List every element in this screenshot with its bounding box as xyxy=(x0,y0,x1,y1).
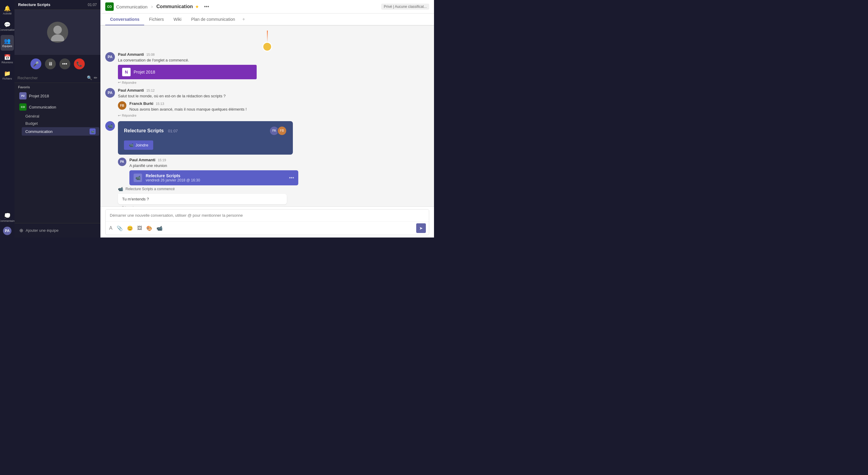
tab-add-button[interactable]: + xyxy=(240,13,247,25)
nav-files[interactable]: 📁 Fichiers xyxy=(1,68,14,83)
video-icon: 📹 xyxy=(129,143,134,147)
msg-header-1: Paul Ammanti 15:08 xyxy=(118,52,429,57)
team-item-projet2018[interactable]: P2 Projet 2018 ••• xyxy=(16,91,99,101)
tab-wiki[interactable]: Wiki xyxy=(168,14,186,25)
call-timer: 01:07 xyxy=(88,3,97,7)
channel-general[interactable]: Général xyxy=(22,113,99,120)
call-avatar xyxy=(47,22,68,43)
nav-teams[interactable]: 👥 Équipes xyxy=(1,35,14,50)
add-team-button[interactable]: ⊕ Ajouter une équipe xyxy=(18,226,97,235)
system-icon: 📹 xyxy=(118,186,123,192)
channel-communication[interactable]: Communication 📹 xyxy=(22,127,99,136)
msg-text-2: Salut tout le monde, où en est-on de la … xyxy=(118,94,429,99)
msg-avatar-pa-1: PA xyxy=(105,52,115,62)
reply-button-2[interactable]: ↩ Répondre xyxy=(118,114,429,117)
msg-avatar-pa-2: PA xyxy=(105,88,115,98)
nav-reunions[interactable]: 📅 Réunions xyxy=(1,51,14,67)
mute-button[interactable]: 🎤 xyxy=(30,59,41,69)
privacy-badge: Privé | Aucune classificat... xyxy=(381,4,429,10)
compose-toolbar: A 📎 😊 🖼 🎨 📹 ➤ xyxy=(105,221,429,235)
reply-button-1[interactable]: ↩ Répondre xyxy=(118,80,429,84)
favorites-label: Favoris xyxy=(14,83,100,90)
call-card-icon: 📹 xyxy=(105,121,115,131)
msg-time-1: 15:08 xyxy=(146,53,155,56)
search-input[interactable] xyxy=(18,76,85,80)
compose-input[interactable] xyxy=(105,209,429,221)
nav-conversation-label: Conversation xyxy=(0,29,16,32)
send-button[interactable]: ➤ xyxy=(416,223,426,233)
compose-icon[interactable]: ✏ xyxy=(94,75,97,80)
call-more-button[interactable]: ••• xyxy=(59,59,70,69)
msg-avatar-pa-3: PA xyxy=(118,158,126,166)
meeting-card-icon: 📹 xyxy=(134,174,142,182)
main-content: CO Communication › Communication ★ ••• P… xyxy=(100,0,434,238)
svg-point-1 xyxy=(51,34,64,41)
quoted-content: Franck Burki 15:13 Nous avons bien avanc… xyxy=(129,101,429,112)
meeting-more-button[interactable]: ••• xyxy=(289,175,294,180)
teams-icon: 👥 xyxy=(4,38,10,44)
join-call-button[interactable]: 📹 Joindre xyxy=(124,140,153,150)
onenote-label: Projet 2018 xyxy=(134,70,155,74)
meeting-card[interactable]: 📹 Relecture Scripts vendredi 26 janvier … xyxy=(129,170,298,185)
call-card-header: Relecture Scripts 01:07 PA FB xyxy=(124,126,287,136)
nav-reunions-label: Réunions xyxy=(1,61,13,64)
msg-content-1: Paul Ammanti 15:08 La conversation de l'… xyxy=(118,52,429,84)
msg-text-1: La conversation de l'onglet a commencé. xyxy=(118,58,429,63)
call-card: Relecture Scripts 01:07 PA FB 📹 Joindre xyxy=(118,121,293,155)
nav-files-label: Fichiers xyxy=(2,77,12,80)
sticker-tool[interactable]: 🎨 xyxy=(146,225,153,232)
call-card-time: 01:07 xyxy=(168,129,178,133)
messages-area: PA Paul Ammanti 15:08 La conversation de… xyxy=(100,26,434,206)
star-icon[interactable]: ★ xyxy=(195,4,199,9)
channel-budget[interactable]: Budget xyxy=(22,120,99,127)
user-avatar[interactable]: PA xyxy=(3,227,11,235)
team-avatar-co: CO xyxy=(19,103,27,111)
end-call-button[interactable]: 📞 xyxy=(74,59,85,69)
header-separator: › xyxy=(151,4,153,9)
call-video-area xyxy=(14,10,100,55)
meeting-msg-header: Paul Ammanti 15:19 xyxy=(129,158,429,162)
quoted-time: 15:13 xyxy=(156,102,164,105)
header-more-button[interactable]: ••• xyxy=(204,4,209,9)
conversation-icon: 💬 xyxy=(4,22,10,28)
meeting-title: Relecture Scripts xyxy=(146,173,285,178)
files-icon: 📁 xyxy=(4,70,10,77)
msg-avatar-fb: FB xyxy=(118,101,126,110)
nav-conversation[interactable]: 💬 Conversation xyxy=(1,19,14,34)
add-icon: ⊕ xyxy=(19,228,23,233)
video-tool[interactable]: 📹 xyxy=(156,225,163,232)
quoted-author: Franck Burki xyxy=(129,101,153,106)
screen-share-button[interactable]: 🖥 xyxy=(45,59,56,69)
image-tool[interactable]: 🖼 xyxy=(136,225,143,232)
team-item-communication[interactable]: CO Communication ••• xyxy=(16,102,99,112)
call-panel: Relecture Scripts 01:07 🎤 🖥 ••• 📞 🔍 ✏ Fa… xyxy=(14,0,100,238)
call-card-title-group: Relecture Scripts 01:07 xyxy=(124,128,178,134)
channel-list: Général Budget Communication 📹 xyxy=(14,113,100,136)
onenote-attachment[interactable]: N Projet 2018 xyxy=(118,65,257,79)
nav-teams-label: Équipes xyxy=(2,45,12,48)
team-avatar-p2: P2 xyxy=(19,92,27,99)
tabs-bar: Conversations Fichiers Wiki Plan de comm… xyxy=(100,13,434,26)
call-card-avatar-2: FB xyxy=(277,126,287,136)
scroll-indicator xyxy=(105,30,429,48)
call-header: Relecture Scripts 01:07 xyxy=(14,0,100,10)
svg-point-0 xyxy=(53,26,62,34)
message-group-1: PA Paul Ammanti 15:08 La conversation de… xyxy=(105,52,429,84)
tab-conversations[interactable]: Conversations xyxy=(105,14,144,25)
meeting-msg-group: PA Paul Ammanti 15:19 A planifié une réu… xyxy=(118,158,429,185)
header-breadcrumb[interactable]: Communication xyxy=(116,4,148,9)
attach-tool[interactable]: 📎 xyxy=(116,225,123,232)
nav-activity[interactable]: 🔔 Activité xyxy=(1,2,14,18)
format-tool[interactable]: A xyxy=(108,225,113,232)
emoji-tool[interactable]: 😊 xyxy=(126,225,134,232)
header-right: Privé | Aucune classificat... xyxy=(381,4,429,10)
meeting-msg-content: Paul Ammanti 15:19 A planifié une réunio… xyxy=(129,158,429,185)
quoted-message-group: FB Franck Burki 15:13 Nous avons bien av… xyxy=(118,101,429,112)
nav-commentaire[interactable]: 💭 Commentaire xyxy=(1,210,14,226)
onenote-icon: N xyxy=(122,68,131,76)
msg-author-2: Paul Ammanti xyxy=(118,88,144,93)
search-icon[interactable]: 🔍 xyxy=(87,75,92,80)
tab-plan[interactable]: Plan de communication xyxy=(186,14,240,25)
tab-fichiers[interactable]: Fichiers xyxy=(144,14,168,25)
message-group-2: PA Paul Ammanti 15:12 Salut tout le mond… xyxy=(105,88,429,117)
